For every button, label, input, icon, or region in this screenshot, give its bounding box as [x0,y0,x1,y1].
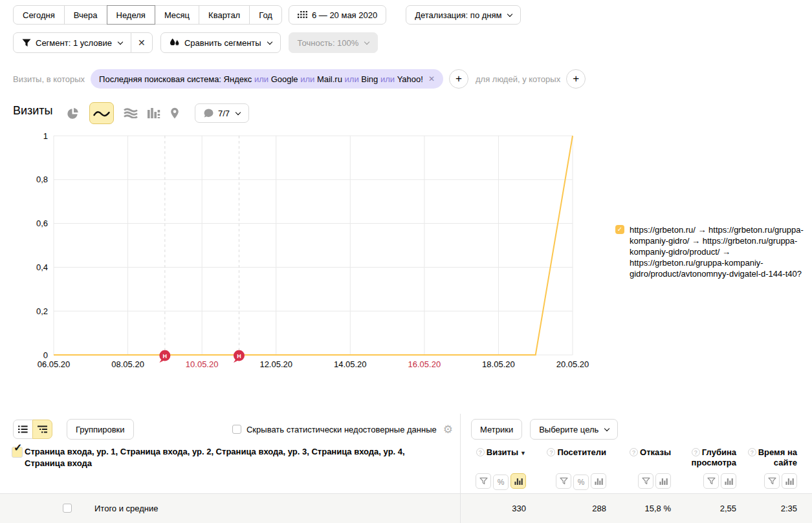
legend-checkbox[interactable]: ✓ [615,225,624,234]
help-icon[interactable]: ? [630,448,638,456]
svg-text:Н: Н [163,353,168,359]
condition-row: Визиты, в которых Последняя поисковая си… [13,69,586,89]
dimension-row[interactable]: ✓ Страница входа, ур. 1, Страница входа,… [13,446,435,469]
accuracy-dropdown[interactable]: Точность: 100% [289,32,379,53]
segment-label: Сегмент: 1 условие [36,38,112,48]
pie-chart-icon[interactable] [67,107,79,120]
help-icon[interactable]: ? [748,448,756,456]
x-tick-label: 10.05.20 [186,359,219,369]
metrics-button[interactable]: Метрики [471,419,522,440]
visits-prefix-label: Визиты, в которых [13,74,85,84]
y-tick-label: 0,2 [36,306,48,316]
chart-title: Визиты [13,104,53,118]
date-picker-button[interactable]: 6 — 20 мая 2020 [289,5,386,25]
total-value: 2:35 [736,504,797,513]
range-tab[interactable]: Год [249,5,282,25]
chart-type-toolbar: 7/7 [67,101,249,125]
choose-goal-label: Выберите цель [539,425,598,434]
segment-dropdown[interactable]: Сегмент: 1 условие [13,32,131,53]
total-value: 288 [526,504,606,513]
x-tick-label: 12.05.20 [259,359,292,369]
bars-filter-button[interactable] [591,473,606,489]
percent-filter-button[interactable]: % [493,475,509,490]
segment-clear-button[interactable]: ✕ [131,32,153,53]
visits-line-chart: 00,20,40,60,8106.05.2008.05.2010.05.2012… [0,126,608,375]
totals-row: Итого и средние 33028815,8 %2,552:35 [0,493,812,523]
series-line [54,136,573,355]
funnel-filter-button[interactable] [703,473,719,489]
bars-filter-button[interactable] [655,473,671,489]
range-tab[interactable]: Сегодня [13,5,65,25]
hide-unreliable-checkbox[interactable] [232,425,241,434]
annotations-count: 7/7 [218,109,230,118]
people-prefix-label: для людей, у которых [476,74,560,84]
report-table: Группировки Скрывать статистически недос… [0,414,812,523]
metric-header[interactable]: ?Время на сайте [736,447,797,468]
metric-header[interactable]: ?Визиты▼ [460,447,526,468]
help-icon[interactable]: ? [476,448,485,456]
help-icon[interactable]: ? [547,448,555,456]
add-people-condition-button[interactable]: + [566,69,586,89]
svg-text:Н: Н [237,353,241,359]
y-tick-label: 0,8 [36,175,48,184]
metric-header[interactable]: ?Глубина просмотра [671,447,736,468]
table-toolbar-right: Метрики Выберите цель [471,419,618,440]
metric-header[interactable]: ?Посетители [526,447,606,468]
table-toolbar-left: Группировки Скрывать статистически недос… [13,419,453,440]
funnel-filter-button[interactable] [764,473,780,489]
line-chart-icon[interactable] [89,102,114,124]
funnel-filter-button[interactable] [556,473,571,489]
funnel-filter-button[interactable] [476,473,491,489]
x-tick-label: 06.05.20 [38,359,71,369]
metric-header[interactable]: ?Отказы [606,447,671,468]
remove-condition-icon[interactable]: ✕ [428,74,435,83]
metric-filter-group [606,473,671,490]
chevron-down-icon [364,39,369,45]
sort-desc-icon[interactable]: ▼ [520,450,526,456]
date-toolbar: СегодняВчераНеделяМесяцКварталГод 6 — 20… [13,5,521,25]
flat-list-view-button[interactable] [13,420,33,439]
or-word: или [342,74,361,84]
range-tab[interactable]: Месяц [155,5,199,25]
add-visit-condition-button[interactable]: + [449,69,468,89]
panel-divider [460,414,461,523]
bars-filter-button[interactable] [782,473,797,489]
holiday-marker[interactable]: Н [159,350,170,363]
percent-filter-button[interactable]: % [573,475,589,490]
metric-column-filters: %% [460,473,797,490]
search-engine-condition-pill[interactable]: Последняя поисковая система: Яндекс или … [91,69,443,89]
range-tab[interactable]: Неделя [107,5,155,25]
gear-icon[interactable]: ⚙ [443,423,453,436]
map-pin-icon[interactable] [170,107,179,119]
annotations-dropdown[interactable]: 7/7 [195,103,249,123]
tree-view-button[interactable] [32,420,52,439]
totals-checkbox[interactable] [63,504,72,513]
detail-dropdown[interactable]: Детализация: по дням [406,5,521,25]
detail-label: Детализация: по дням [415,10,501,20]
y-tick-label: 0,4 [36,262,48,272]
metric-column-headers: ?Визиты▼?Посетители?Отказы?Глубина просм… [460,447,797,468]
chevron-down-icon [118,39,123,45]
compare-segments-dropdown[interactable]: Сравнить сегменты [160,32,281,53]
or-word: или [378,74,397,84]
dimension-row-checkbox[interactable]: ✓ [12,447,23,458]
bars-filter-button[interactable] [510,473,526,489]
funnel-filter-button[interactable] [638,473,653,489]
range-tab[interactable]: Квартал [199,5,250,25]
y-tick-label: 1 [43,131,48,141]
choose-goal-dropdown[interactable]: Выберите цель [530,419,618,440]
chevron-down-icon [236,110,241,115]
stacked-area-icon[interactable] [124,108,138,118]
groupings-button[interactable]: Группировки [67,419,134,440]
funnel-icon [22,39,31,47]
bar-chart-icon[interactable] [148,108,160,118]
x-tick-label: 08.05.20 [111,359,144,369]
help-icon[interactable]: ? [692,448,700,456]
bars-filter-button[interactable] [721,473,736,489]
holiday-marker[interactable]: Н [234,350,245,363]
segment-group: Сегмент: 1 условие ✕ [13,32,153,53]
dimension-row-label: Страница входа, ур. 1, Страница входа, у… [25,446,435,469]
or-word: или [298,74,317,84]
range-tab[interactable]: Вчера [64,5,107,25]
drops-icon [170,38,180,47]
